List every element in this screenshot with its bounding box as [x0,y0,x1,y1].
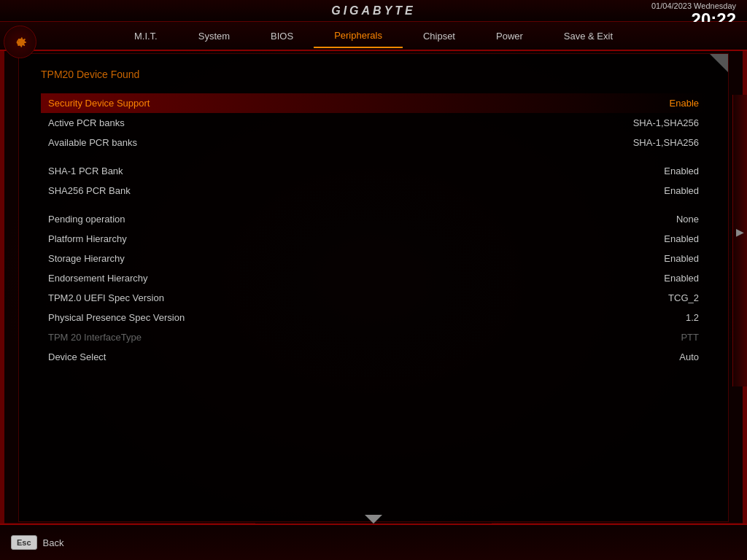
nav-bar: M.I.T. System BIOS Peripherals Chipset P… [0,22,747,51]
row-storage-hierarchy: Storage Hierarchy Enabled [41,249,706,268]
side-decoration-right: ▶ [732,95,747,386]
nav-item-save-exit[interactable]: Save & Exit [543,25,633,47]
row-active-pcr-banks: Active PCR banks SHA-1,SHA256 [41,113,706,133]
esc-key: Esc [11,535,37,550]
corner-decoration [710,54,728,72]
label-device-select: Device Select [48,351,106,362]
gear-icon [4,26,36,58]
row-tpm20-interface-type: TPM 20 InterfaceType PTT [41,327,706,347]
main-content: TPM20 Device Found Security Device Suppo… [18,53,729,522]
label-pending-operation: Pending operation [48,214,125,225]
label-available-pcr-banks: Available PCR banks [48,137,137,148]
spacer1 [41,152,706,161]
label-platform-hierarchy: Platform Hierarchy [48,233,127,244]
bottom-bar: Esc Back [0,524,747,560]
nav-item-system[interactable]: System [178,25,250,47]
nav-item-power[interactable]: Power [476,25,543,47]
label-storage-hierarchy: Storage Hierarchy [48,253,125,264]
value-pending-operation: None [676,214,699,225]
row-sha256-pcr-bank: SHA256 PCR Bank Enabled [41,181,706,201]
row-platform-hierarchy: Platform Hierarchy Enabled [41,229,706,249]
row-physical-presence-spec: Physical Presence Spec Version 1.2 [41,308,706,327]
scroll-arrow-right: ▶ [736,226,744,238]
label-sha1-pcr-bank: SHA-1 PCR Bank [48,166,123,176]
row-sha1-pcr-bank: SHA-1 PCR Bank Enabled [41,161,706,181]
row-security-device-support[interactable]: Security Device Support Enable [41,93,706,113]
value-active-pcr-banks: SHA-1,SHA256 [633,117,699,128]
label-endorsement-hierarchy: Endorsement Hierarchy [48,273,148,284]
bottom-triangle-decoration [365,515,382,524]
label-tpm20-uefi-spec: TPM2.0 UEFI Spec Version [48,292,164,303]
value-tpm20-uefi-spec: TCG_2 [668,292,699,303]
back-label: Back [43,537,64,548]
section-title: TPM20 Device Found [41,69,706,80]
nav-item-peripherals[interactable]: Peripherals [314,24,403,48]
settings-table: Security Device Support Enable Active PC… [41,93,706,367]
spacer2 [41,201,706,209]
nav-item-mit[interactable]: M.I.T. [114,25,178,47]
value-platform-hierarchy: Enabled [664,233,699,244]
row-endorsement-hierarchy: Endorsement Hierarchy Enabled [41,268,706,288]
label-sha256-pcr-bank: SHA256 PCR Bank [48,185,131,196]
value-endorsement-hierarchy: Enabled [664,273,699,284]
row-device-select[interactable]: Device Select Auto [41,347,706,367]
value-tpm20-interface-type: PTT [681,332,699,343]
value-sha256-pcr-bank: Enabled [664,185,699,196]
value-available-pcr-banks: SHA-1,SHA256 [633,137,699,148]
row-tpm20-uefi-spec: TPM2.0 UEFI Spec Version TCG_2 [41,288,706,308]
brand-title: GIGABYTE [331,4,416,18]
value-device-select: Auto [679,351,699,362]
label-active-pcr-banks: Active PCR banks [48,117,125,128]
nav-item-chipset[interactable]: Chipset [403,25,476,47]
label-tpm20-interface-type: TPM 20 InterfaceType [48,332,142,343]
top-bar: GIGABYTE 01/04/2023 Wednesday 20:22 [0,0,747,22]
value-physical-presence-spec: 1.2 [686,312,699,323]
value-storage-hierarchy: Enabled [664,253,699,264]
value-security-device-support: Enable [670,98,699,109]
nav-item-bios[interactable]: BIOS [250,25,314,47]
row-pending-operation: Pending operation None [41,209,706,229]
label-security-device-support: Security Device Support [48,98,150,109]
back-button[interactable]: Esc Back [11,535,63,550]
value-sha1-pcr-bank: Enabled [664,166,699,176]
row-available-pcr-banks: Available PCR banks SHA-1,SHA256 [41,133,706,152]
label-physical-presence-spec: Physical Presence Spec Version [48,312,185,323]
